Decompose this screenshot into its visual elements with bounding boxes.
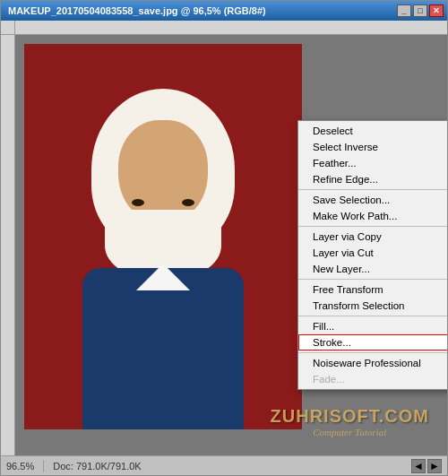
status-bar: 96.5% Doc: 791.0K/791.0K ◄ ► xyxy=(1,455,447,475)
menu-item-12[interactable]: Stroke... xyxy=(298,334,447,351)
photo-subject xyxy=(24,44,302,429)
photo-area xyxy=(24,44,302,429)
bottom-icons: ◄ ► xyxy=(411,459,442,473)
nav-left-icon[interactable]: ◄ xyxy=(411,459,426,473)
menu-item-11[interactable]: Fill... xyxy=(298,318,447,334)
ruler-corner xyxy=(1,21,14,35)
eye-left xyxy=(132,199,144,206)
menu-item-6[interactable]: Layer via Copy xyxy=(298,229,447,245)
title-bar: MAKEUP_20170504083558_save.jpg @ 96,5% (… xyxy=(1,1,447,21)
zoom-level: 96.5% xyxy=(6,461,34,472)
menu-item-7[interactable]: Layer via Cut xyxy=(298,245,447,261)
content-column: ZUHRISOFT.COM Computer Tutorial Deselect… xyxy=(15,21,447,455)
eye-right xyxy=(182,199,194,206)
menu-item-3[interactable]: Refine Edge... xyxy=(298,171,447,187)
menu-separator-10 xyxy=(298,316,447,316)
menu-item-1[interactable]: Select Inverse xyxy=(298,139,447,155)
menu-item-4[interactable]: Save Selection... xyxy=(298,192,447,208)
ruler-top xyxy=(15,21,447,35)
title-bar-buttons: _ □ ✕ xyxy=(397,4,444,17)
eyes xyxy=(132,199,194,206)
menu-item-13[interactable]: Noiseware Professional xyxy=(298,355,447,371)
menu-separator-12 xyxy=(298,352,447,353)
menu-separator-8 xyxy=(298,279,447,280)
nav-right-icon[interactable]: ► xyxy=(427,459,442,473)
person-figure xyxy=(56,71,271,429)
doc-label: Doc: 791.0K/791.0K xyxy=(53,461,141,472)
image-canvas[interactable]: ZUHRISOFT.COM Computer Tutorial Deselect… xyxy=(15,35,447,455)
menu-item-14[interactable]: Fade... xyxy=(298,371,447,387)
menu-item-5[interactable]: Make Work Path... xyxy=(298,208,447,224)
maximize-button[interactable]: □ xyxy=(413,4,427,17)
menu-item-10[interactable]: Transform Selection xyxy=(298,298,447,314)
menu-item-9[interactable]: Free Transform xyxy=(298,281,447,298)
canvas-area: ZUHRISOFT.COM Computer Tutorial Deselect… xyxy=(1,21,447,455)
app-window: MAKEUP_20170504083558_save.jpg @ 96,5% (… xyxy=(0,0,448,476)
face xyxy=(118,120,208,223)
minimize-button[interactable]: _ xyxy=(397,4,411,17)
status-divider-1 xyxy=(43,460,44,472)
menu-item-8[interactable]: New Layer... xyxy=(298,261,447,277)
menu-separator-5 xyxy=(298,226,447,227)
menu-separator-3 xyxy=(298,189,447,190)
body xyxy=(82,268,244,429)
close-button[interactable]: ✕ xyxy=(429,4,444,17)
context-menu: DeselectSelect InverseFeather...Refine E… xyxy=(297,120,447,390)
menu-item-0[interactable]: Deselect xyxy=(298,123,447,139)
window-title: MAKEUP_20170504083558_save.jpg @ 96,5% (… xyxy=(4,5,397,16)
menu-item-2[interactable]: Feather... xyxy=(298,155,447,171)
ruler-left xyxy=(1,21,15,455)
